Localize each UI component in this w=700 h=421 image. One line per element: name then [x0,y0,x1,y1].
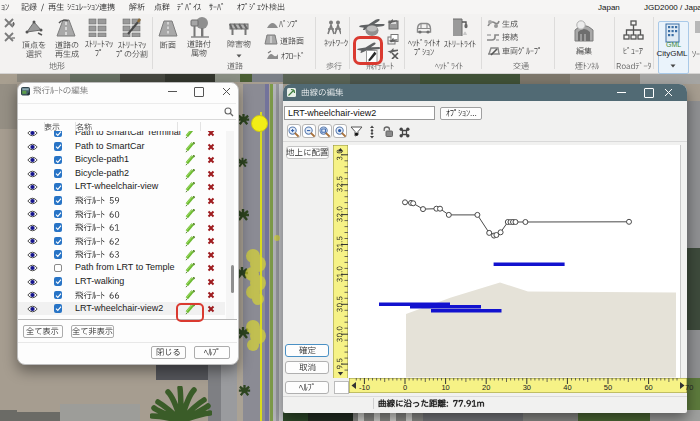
svg-text:GML: GML [666,41,681,48]
